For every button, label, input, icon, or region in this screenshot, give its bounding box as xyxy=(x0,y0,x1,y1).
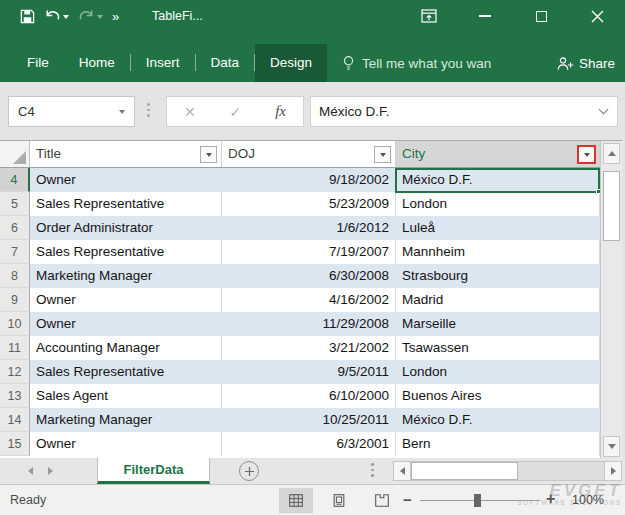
vertical-scroll-thumb[interactable] xyxy=(603,171,620,241)
row-header[interactable]: 13 xyxy=(0,384,30,408)
enter-icon[interactable]: ✓ xyxy=(230,104,242,120)
zoom-percentage[interactable]: 100% xyxy=(572,493,604,507)
cell-title[interactable]: Accounting Manager xyxy=(30,336,222,360)
minimize-button[interactable] xyxy=(457,0,513,32)
cell-city[interactable]: Tsawassen xyxy=(396,336,600,360)
cancel-icon[interactable]: ✕ xyxy=(184,104,196,120)
scroll-down-button[interactable] xyxy=(603,436,620,457)
row-header[interactable]: 8 xyxy=(0,264,30,288)
share-button[interactable]: Share xyxy=(556,44,615,82)
horizontal-scroll-thumb[interactable] xyxy=(411,462,518,480)
filter-button-doj[interactable] xyxy=(374,146,391,163)
cell-title[interactable]: Sales Representative xyxy=(30,360,222,384)
sheet-tab-filterdata[interactable]: FilterData xyxy=(97,458,210,484)
column-header-title[interactable]: Title xyxy=(30,141,222,167)
formula-bar-resize-handle[interactable] xyxy=(147,103,150,117)
view-page-break-button[interactable] xyxy=(365,488,399,513)
row-header[interactable]: 12 xyxy=(0,360,30,384)
cell-title[interactable]: Owner xyxy=(30,288,222,312)
cell-doj[interactable]: 11/29/2008 xyxy=(222,312,396,336)
close-button[interactable] xyxy=(569,0,625,32)
sheet-nav-previous-icon[interactable] xyxy=(24,467,33,475)
cell-doj[interactable]: 6/30/2008 xyxy=(222,264,396,288)
redo-button[interactable] xyxy=(78,9,103,23)
cell-city-selected[interactable]: México D.F. xyxy=(396,168,600,192)
filter-button-title[interactable] xyxy=(200,146,217,163)
cell-title[interactable]: Sales Agent xyxy=(30,384,222,408)
scroll-left-button[interactable] xyxy=(394,462,411,480)
cell-city[interactable]: London xyxy=(396,192,600,216)
new-sheet-button[interactable] xyxy=(239,461,259,481)
row-header[interactable]: 5 xyxy=(0,192,30,216)
cell-doj[interactable]: 4/16/2002 xyxy=(222,288,396,312)
cell-city[interactable]: London xyxy=(396,360,600,384)
redo-dropdown-icon[interactable] xyxy=(97,15,103,22)
column-header-doj[interactable]: DOJ xyxy=(222,141,396,167)
cell-city[interactable]: Buenos Aires xyxy=(396,384,600,408)
horizontal-scrollbar[interactable] xyxy=(393,461,622,481)
row-header[interactable]: 14 xyxy=(0,408,30,432)
cell-doj[interactable]: 6/10/2000 xyxy=(222,384,396,408)
cell-doj[interactable]: 7/19/2007 xyxy=(222,240,396,264)
cell-doj[interactable]: 9/18/2002 xyxy=(222,168,396,192)
cell-city[interactable]: Mannheim xyxy=(396,240,600,264)
cell-city[interactable]: Bern xyxy=(396,432,600,456)
cell-title[interactable]: Order Administrator xyxy=(30,216,222,240)
cell-title[interactable]: Owner xyxy=(30,168,222,192)
ribbon-display-options-icon[interactable] xyxy=(401,0,457,32)
cell-title[interactable]: Marketing Manager xyxy=(30,408,222,432)
zoom-in-button[interactable]: + xyxy=(546,490,555,508)
cell-doj[interactable]: 6/3/2001 xyxy=(222,432,396,456)
cell-city[interactable]: México D.F. xyxy=(396,408,600,432)
tab-bar-resize-handle[interactable] xyxy=(371,463,374,477)
vertical-scrollbar[interactable] xyxy=(600,141,622,459)
scroll-up-button[interactable] xyxy=(603,143,620,164)
cell-doj[interactable]: 5/23/2009 xyxy=(222,192,396,216)
view-page-layout-button[interactable] xyxy=(322,488,356,513)
tab-insert[interactable]: Insert xyxy=(131,44,195,82)
name-box-dropdown-icon[interactable] xyxy=(119,110,125,117)
filter-button-city[interactable] xyxy=(577,145,596,164)
name-box[interactable]: C4 xyxy=(8,96,135,127)
cell-doj[interactable]: 1/6/2012 xyxy=(222,216,396,240)
tell-me-box[interactable]: Tell me what you wan xyxy=(341,44,491,82)
save-icon[interactable] xyxy=(20,9,35,24)
undo-dropdown-icon[interactable] xyxy=(63,15,69,22)
cell-city[interactable]: Madrid xyxy=(396,288,600,312)
cell-title[interactable]: Owner xyxy=(30,312,222,336)
row-header[interactable]: 9 xyxy=(0,288,30,312)
cell-city[interactable]: Strasbourg xyxy=(396,264,600,288)
cell-title[interactable]: Owner xyxy=(30,432,222,456)
zoom-out-button[interactable]: − xyxy=(403,491,412,508)
cell-title[interactable]: Marketing Manager xyxy=(30,264,222,288)
tab-data[interactable]: Data xyxy=(196,44,255,82)
cell-city[interactable]: Marseille xyxy=(396,312,600,336)
cell-title[interactable]: Sales Representative xyxy=(30,240,222,264)
insert-function-icon[interactable]: fx xyxy=(275,103,286,120)
select-all-corner[interactable] xyxy=(0,141,30,167)
formula-bar-input[interactable]: México D.F. xyxy=(310,96,618,127)
row-header[interactable]: 15 xyxy=(0,432,30,456)
row-header[interactable]: 7 xyxy=(0,240,30,264)
cell-doj[interactable]: 3/21/2002 xyxy=(222,336,396,360)
undo-button[interactable] xyxy=(44,9,69,23)
row-header[interactable]: 4 xyxy=(0,168,30,192)
customize-qat-icon[interactable]: » xyxy=(112,9,118,24)
cell-doj[interactable]: 10/25/2011 xyxy=(222,408,396,432)
row-header[interactable]: 6 xyxy=(0,216,30,240)
zoom-slider-thumb[interactable] xyxy=(474,494,481,507)
cell-title[interactable]: Sales Representative xyxy=(30,192,222,216)
tab-design[interactable]: Design xyxy=(255,44,327,82)
cell-city[interactable]: Luleå xyxy=(396,216,600,240)
tab-home[interactable]: Home xyxy=(64,44,130,82)
column-header-city[interactable]: City xyxy=(396,141,600,167)
formula-bar-expand-icon[interactable] xyxy=(599,105,609,115)
sheet-nav-next-icon[interactable] xyxy=(48,467,57,475)
tab-file[interactable]: File xyxy=(12,44,64,82)
scroll-right-button[interactable] xyxy=(604,462,621,480)
view-normal-button[interactable] xyxy=(279,488,313,513)
maximize-button[interactable] xyxy=(513,0,569,32)
row-header[interactable]: 10 xyxy=(0,312,30,336)
row-header[interactable]: 11 xyxy=(0,336,30,360)
cell-doj[interactable]: 9/5/2011 xyxy=(222,360,396,384)
